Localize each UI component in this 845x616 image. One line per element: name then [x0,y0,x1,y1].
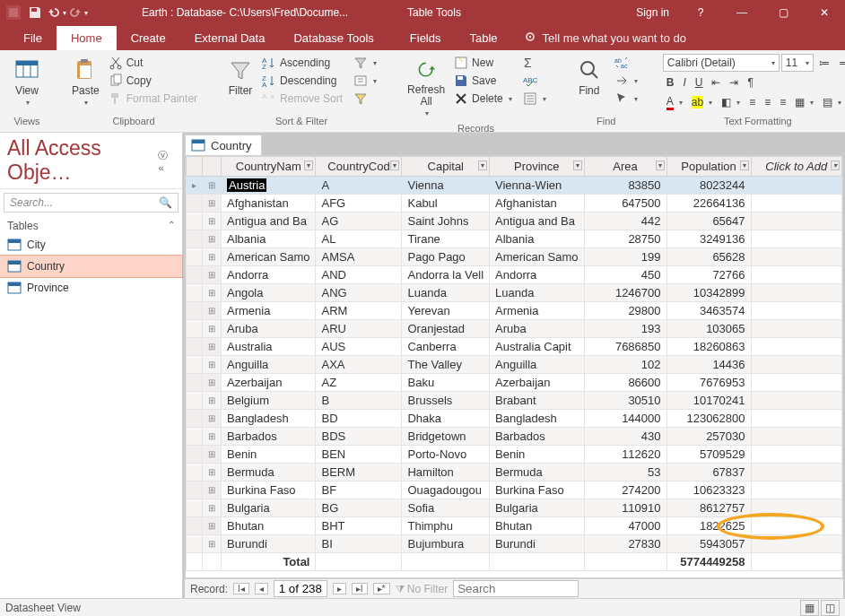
cell-population[interactable]: 22664136 [666,195,751,213]
row-selector[interactable] [187,428,203,446]
cell-country-code[interactable]: BI [316,535,402,553]
cell-population[interactable]: 14436 [666,356,751,374]
document-tab-country[interactable]: Country [185,134,262,155]
cell-population[interactable]: 5709529 [666,446,751,464]
cell-country-code[interactable]: B [316,392,402,410]
gridlines-button[interactable]: ▦▾ [791,93,817,111]
select-all-cell[interactable] [187,157,203,177]
table-row[interactable]: ⊞AnguillaAXAThe ValleyAnguilla10214436 [187,356,842,374]
cell-capital[interactable]: Bujumbura [402,535,490,553]
cell-area[interactable]: 450 [584,266,666,284]
delete-record-button[interactable]: Delete▾ [450,90,516,108]
cell-country-code[interactable]: AG [316,213,402,230]
table-row[interactable]: ⊞BeninBENPorto-NovoBenin1126205709529 [187,446,842,464]
cell-province[interactable]: Barbados [490,428,584,446]
cell-country-name[interactable]: Benin [222,446,316,464]
table-row[interactable]: ⊞BulgariaBGSofiaBulgaria1109108612757 [187,499,842,517]
expand-row[interactable]: ⊞ [203,428,222,446]
cell-population[interactable]: 3463574 [666,302,751,320]
table-row[interactable]: ⊞BermudaBERMHamiltonBermuda5367837 [187,464,842,482]
cell-population[interactable]: 3249136 [666,230,751,248]
cell-province[interactable]: American Samo [490,248,584,266]
cell-area[interactable]: 274200 [584,482,666,499]
cell-area[interactable]: 193 [584,320,666,338]
record-new-button[interactable]: ▸* [373,583,390,594]
cell-province[interactable]: Bermuda [490,464,584,482]
row-selector[interactable] [187,535,203,553]
replace-button[interactable]: abac [611,54,641,72]
cell-country-name[interactable]: American Samo [222,248,316,266]
cell-country-code[interactable]: AUS [316,338,402,356]
cell-country-name[interactable]: Austria [222,177,316,195]
cell-empty[interactable] [751,410,841,428]
cell-province[interactable]: Bhutan [490,517,584,535]
cell-capital[interactable]: Bridgetown [402,428,490,446]
cell-capital[interactable]: Hamilton [402,464,490,482]
cell-capital[interactable]: Vienna [402,177,490,195]
format-painter-button[interactable]: Format Painter [105,90,201,108]
table-row[interactable]: ⊞AngolaANGLuandaLuanda124670010342899 [187,284,842,302]
cell-province[interactable]: Afghanistan [490,195,584,213]
cell-country-name[interactable]: Australia [222,338,316,356]
cell-empty[interactable] [751,195,841,213]
nav-item-province[interactable]: Province [0,277,182,299]
cell-province[interactable]: Luanda [490,284,584,302]
cell-empty[interactable] [751,248,841,266]
cell-area[interactable]: 29800 [584,302,666,320]
cut-button[interactable]: Cut [105,54,201,72]
expand-row[interactable]: ⊞ [203,535,222,553]
column-header[interactable]: Population▾ [666,157,751,177]
view-design-icon[interactable]: ◫ [821,600,840,616]
cell-capital[interactable]: Oranjestad [402,320,490,338]
cell-capital[interactable]: The Valley [402,356,490,374]
cell-country-name[interactable]: Andorra [222,266,316,284]
qat-redo-icon[interactable]: ▾ [68,3,88,22]
row-selector[interactable] [187,266,203,284]
row-selector[interactable] [187,464,203,482]
cell-empty[interactable] [751,302,841,320]
cell-area[interactable]: 86600 [584,374,666,392]
table-row[interactable]: ⊞BurundiBIBujumburaBurundi278305943057 [187,535,842,553]
cell-country-name[interactable]: Barbados [222,428,316,446]
close-icon[interactable]: ✕ [804,0,845,25]
row-selector[interactable] [187,482,203,499]
cell-capital[interactable]: Andorra la Vell [402,266,490,284]
cell-province[interactable]: Brabant [490,392,584,410]
row-selector[interactable] [187,356,203,374]
cell-capital[interactable]: Ouagadougou [402,482,490,499]
cell-province[interactable]: Azerbaijan [490,374,584,392]
font-size-selector[interactable]: 11▾ [781,54,814,72]
align-right-button[interactable]: ≡ [776,93,789,111]
row-selector[interactable] [187,517,203,535]
alt-row-color-button[interactable]: ▤▾ [819,93,845,111]
cell-empty[interactable] [751,356,841,374]
cell-province[interactable]: Anguilla [490,356,584,374]
row-selector[interactable] [187,410,203,428]
row-selector[interactable] [187,248,203,266]
fill-color-button[interactable]: ◧▾ [718,93,744,111]
cell-province[interactable]: Burkina Faso [490,482,584,499]
cell-capital[interactable]: Yerevan [402,302,490,320]
align-center-button[interactable]: ≡ [761,93,774,111]
expand-row[interactable]: ⊞ [203,410,222,428]
cell-province[interactable]: Burundi [490,535,584,553]
row-selector[interactable] [187,446,203,464]
align-left-button[interactable]: ≡ [745,93,759,111]
nav-collapse-icon[interactable]: ⓥ « [158,149,175,173]
qat-undo-icon[interactable]: ▾ [47,3,66,22]
cell-country-code[interactable]: ARU [316,320,402,338]
cell-country-code[interactable]: A [316,177,402,195]
cell-capital[interactable]: Baku [402,374,490,392]
cell-empty[interactable] [751,482,841,499]
cell-capital[interactable]: Thimphu [402,517,490,535]
table-row[interactable]: ⊞BarbadosBDSBridgetownBarbados430257030 [187,428,842,446]
expand-row[interactable]: ⊞ [203,482,222,499]
row-selector[interactable] [187,213,203,230]
cell-area[interactable]: 47000 [584,517,666,535]
nav-item-country[interactable]: Country [0,256,182,277]
cell-population[interactable]: 65628 [666,248,751,266]
row-selector[interactable] [187,320,203,338]
table-row[interactable]: ⊞AlbaniaALTiraneAlbania287503249136 [187,230,842,248]
cell-country-code[interactable]: BEN [316,446,402,464]
cell-capital[interactable]: Tirane [402,230,490,248]
